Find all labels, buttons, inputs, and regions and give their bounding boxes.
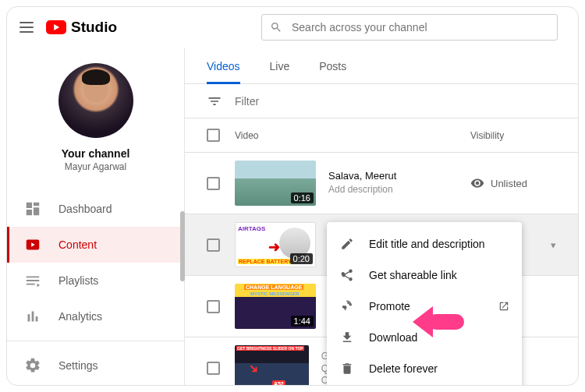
external-link-icon (498, 301, 509, 312)
duration-badge: 0:16 (291, 192, 314, 203)
sidebar-item-content[interactable]: Content (7, 227, 184, 263)
sidebar-item-analytics[interactable]: Analytics (7, 298, 184, 334)
table-row[interactable]: 0:16 Salava, Meerut Add description Unli… (185, 153, 578, 214)
video-title[interactable]: Salava, Meerut (328, 170, 396, 182)
download-icon (339, 330, 355, 345)
trash-icon (339, 361, 355, 376)
row-checkbox[interactable] (207, 177, 220, 190)
context-menu: Edit title and description Get shareable… (327, 222, 522, 386)
channel-title: Your channel (62, 147, 130, 160)
analytics-icon (24, 308, 41, 325)
gear-icon (24, 357, 41, 374)
duration-badge: 1:44 (291, 316, 314, 327)
row-checkbox[interactable] (207, 300, 220, 313)
annotation-arrow (428, 314, 464, 330)
pencil-icon (339, 236, 355, 252)
menu-label: Download (369, 331, 417, 344)
content-icon (24, 236, 41, 253)
menu-label: Edit title and description (369, 238, 485, 250)
video-description[interactable]: Add description (328, 184, 396, 196)
sidebar-item-settings[interactable]: Settings (7, 348, 184, 383)
hamburger-menu-icon[interactable] (20, 22, 34, 33)
nav-label: Dashboard (58, 203, 112, 215)
video-thumbnail[interactable]: CHANGE LANGUAGE MYSTIC MESSENGER 1:44 (235, 284, 316, 329)
menu-item-edit[interactable]: Edit title and description (327, 228, 522, 260)
youtube-studio-logo[interactable]: Studio (46, 19, 117, 36)
duration-badge: 0:20 (290, 253, 313, 264)
search-input[interactable] (292, 21, 549, 34)
sidebar-item-dashboard[interactable]: Dashboard (7, 191, 184, 227)
tab-posts[interactable]: Posts (319, 60, 346, 83)
menu-label: Promote (369, 300, 410, 313)
menu-item-delete[interactable]: Delete forever (327, 353, 522, 384)
playlists-icon (24, 272, 41, 289)
dashboard-icon (24, 200, 41, 217)
avatar[interactable] (58, 63, 133, 138)
menu-item-share[interactable]: Get shareable link (327, 260, 522, 291)
channel-profile: Your channel Mayur Agarwal (7, 48, 184, 186)
channel-owner-name: Mayur Agarwal (65, 161, 126, 172)
column-header-visibility[interactable]: Visibility (470, 130, 556, 141)
caret-down-icon[interactable]: ▾ (551, 239, 556, 251)
share-icon (339, 267, 355, 283)
visibility-label: Unlisted (491, 178, 527, 189)
nav-label: Content (58, 238, 97, 251)
select-all-checkbox[interactable] (207, 129, 220, 142)
search-bar[interactable] (261, 14, 558, 41)
nav-label: Settings (58, 359, 98, 372)
video-thumbnail[interactable]: AIRTAGS ➜ REPLACE BATTERY 0:20 (235, 222, 316, 267)
video-thumbnail[interactable]: 0:16 (235, 161, 316, 206)
row-checkbox[interactable] (207, 362, 220, 375)
tab-videos[interactable]: Videos (207, 60, 240, 84)
column-header-video[interactable]: Video (235, 130, 470, 141)
sidebar-item-playlists[interactable]: Playlists (7, 263, 184, 298)
tab-live[interactable]: Live (270, 60, 290, 83)
row-checkbox[interactable] (207, 238, 220, 252)
logo-text: Studio (71, 19, 117, 36)
search-icon (270, 21, 282, 34)
megaphone-icon (339, 298, 355, 314)
filter-icon[interactable] (207, 94, 222, 109)
menu-label: Get shareable link (369, 269, 457, 281)
nav-label: Analytics (58, 310, 102, 323)
youtube-icon (46, 20, 66, 34)
menu-label: Delete forever (369, 362, 438, 375)
nav-label: Playlists (58, 274, 98, 287)
filter-input[interactable] (235, 95, 371, 108)
video-thumbnail[interactable]: GET BRIGHTNESS SLIDER ON TOP ➜ A52 (235, 345, 309, 385)
visibility-icon (470, 176, 484, 190)
